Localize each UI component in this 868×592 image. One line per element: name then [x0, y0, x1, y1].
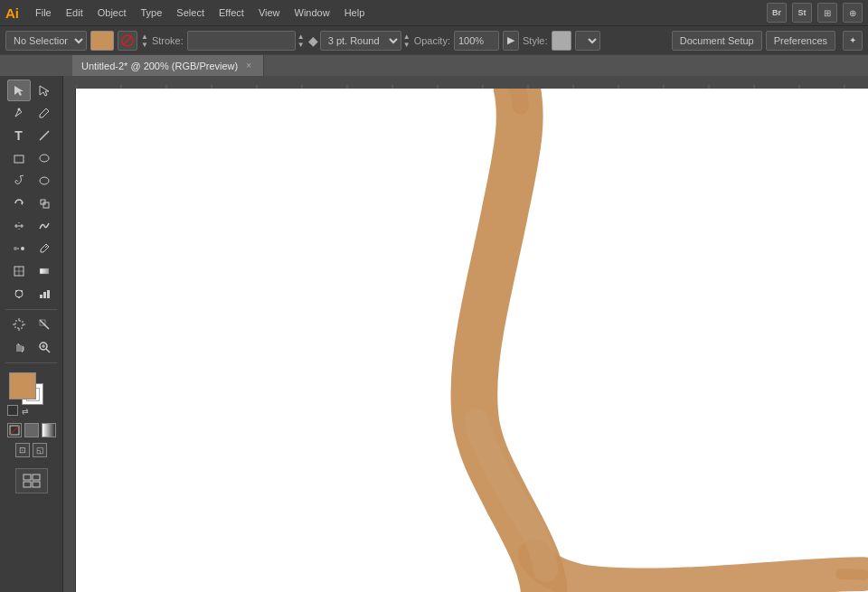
gradient-button[interactable] — [42, 423, 56, 437]
stock-icon-btn[interactable]: St — [792, 3, 812, 23]
canvas-content — [76, 89, 868, 592]
stroke-value-input[interactable] — [187, 31, 296, 51]
svg-rect-40 — [33, 482, 40, 487]
menu-help[interactable]: Help — [337, 4, 373, 22]
style-dropdown[interactable]: ▼ — [575, 31, 600, 51]
swap-colors-icon[interactable]: ⇄ — [22, 407, 29, 416]
type-tool[interactable]: T — [7, 125, 31, 146]
type-icon: T — [14, 128, 23, 143]
grid-icon-btn[interactable]: ⊞ — [817, 3, 837, 23]
app-logo: Ai — [5, 6, 19, 20]
document-canvas[interactable] — [76, 89, 868, 592]
blend-tool[interactable] — [7, 238, 31, 259]
svg-rect-22 — [40, 295, 42, 298]
stroke-spinners[interactable]: ▲▼ — [141, 33, 148, 49]
menu-view[interactable]: View — [251, 4, 288, 22]
extra-icon-btn[interactable]: ⊕ — [843, 3, 863, 23]
svg-point-20 — [21, 290, 23, 292]
fill-swatch[interactable] — [90, 31, 114, 51]
selection-tool[interactable] — [7, 80, 31, 101]
svg-rect-39 — [24, 482, 31, 487]
bridge-icon-btn[interactable]: Br — [767, 3, 787, 23]
zoom-tool[interactable] — [33, 336, 56, 358]
artboards-button-row — [0, 468, 62, 493]
rotate-tool[interactable] — [7, 193, 31, 214]
pen-tool[interactable] — [7, 102, 31, 124]
star-icon: ✦ — [849, 35, 856, 45]
doc-setup-button[interactable]: Document Setup — [672, 31, 762, 51]
opacity-more-btn[interactable]: ▶ — [503, 31, 519, 51]
chart-tool[interactable] — [33, 283, 56, 305]
svg-point-21 — [18, 296, 20, 298]
artboard — [76, 89, 868, 592]
gradient-tool[interactable] — [33, 260, 56, 282]
svg-rect-8 — [43, 202, 49, 208]
menu-object[interactable]: Object — [90, 4, 134, 22]
svg-rect-38 — [33, 475, 40, 480]
ruler-corner — [63, 76, 76, 89]
svg-line-6 — [20, 175, 24, 176]
slice-tool[interactable] — [33, 314, 56, 335]
symbol-tool[interactable] — [7, 283, 31, 305]
view-options-button[interactable]: ◱ — [33, 443, 47, 457]
menu-select[interactable]: Select — [169, 4, 212, 22]
artboard-tool[interactable] — [7, 314, 31, 335]
style-label: Style: — [523, 35, 548, 46]
stroke-icon[interactable] — [118, 31, 137, 51]
toolbar-extra-icon[interactable]: ✦ — [843, 31, 863, 51]
color-swatch-area: ⇄ — [5, 371, 57, 418]
selection-dropdown[interactable]: No Selection — [5, 31, 87, 51]
hand-tool[interactable] — [7, 336, 31, 358]
stroke-value-spinners[interactable]: ▲▼ — [297, 33, 305, 49]
opacity-input[interactable] — [454, 31, 499, 51]
fill-color-swatch[interactable] — [9, 372, 36, 399]
blob-brush-tool[interactable] — [33, 170, 56, 192]
view-mode-row: ⊡ ◱ — [0, 443, 62, 457]
brush-spinners[interactable]: ▲▼ — [403, 33, 410, 49]
ellipse-tool[interactable] — [33, 147, 56, 169]
stock-icon: St — [798, 8, 807, 17]
vertical-ruler — [63, 89, 76, 592]
svg-line-13 — [45, 246, 47, 248]
brush-preset-dropdown[interactable]: 3 pt. Round — [320, 31, 401, 51]
menu-effect[interactable]: Effect — [212, 4, 251, 22]
screen-mode-button[interactable]: ⊡ — [15, 443, 30, 457]
rectangle-tool[interactable] — [7, 147, 31, 169]
mesh-tool[interactable] — [7, 260, 31, 282]
document-tab[interactable]: Untitled-2* @ 200% (RGB/Preview) × — [72, 55, 264, 77]
line-tool[interactable] — [33, 125, 56, 146]
warp-tool[interactable] — [33, 215, 56, 237]
color-button[interactable] — [24, 423, 39, 437]
tab-bar: ◂ Untitled-2* @ 200% (RGB/Preview) × — [0, 54, 868, 76]
color-mode-row — [0, 423, 62, 437]
svg-rect-24 — [47, 290, 50, 298]
svg-point-10 — [14, 247, 17, 250]
svg-rect-4 — [14, 155, 24, 163]
eyedropper-tool[interactable] — [33, 238, 56, 259]
menu-window[interactable]: Window — [288, 4, 337, 22]
scale-tool[interactable] — [33, 193, 56, 214]
width-tool[interactable] — [7, 215, 31, 237]
stroke-label: Stroke: — [152, 35, 184, 46]
tab-title: Untitled-2* @ 200% (RGB/Preview) — [81, 61, 238, 71]
options-bar: No Selection ▲▼ Stroke: ▲▼ ◆ 3 pt. Round… — [0, 25, 868, 54]
paintbrush-tool[interactable] — [7, 170, 31, 192]
menu-file[interactable]: File — [28, 4, 59, 22]
brush-point-icon: ◆ — [308, 33, 318, 48]
style-swatch[interactable] — [552, 31, 571, 51]
preferences-button[interactable]: Preferences — [766, 31, 835, 51]
default-colors-icon[interactable] — [7, 405, 18, 416]
menu-edit[interactable]: Edit — [59, 4, 90, 22]
tools-separator-2 — [5, 362, 57, 363]
direct-selection-tool[interactable] — [33, 80, 56, 101]
none-color-button[interactable] — [7, 423, 22, 437]
svg-rect-25 — [15, 321, 23, 328]
tab-close-button[interactable]: × — [243, 61, 254, 71]
menu-type[interactable]: Type — [134, 4, 170, 22]
pencil-tool[interactable] — [33, 102, 56, 124]
menu-bar: Ai File Edit Object Type Select Effect V… — [0, 0, 868, 25]
svg-line-3 — [40, 131, 49, 140]
svg-point-2 — [17, 108, 20, 111]
artboards-button[interactable] — [15, 468, 48, 493]
canvas-area[interactable] — [63, 76, 868, 592]
